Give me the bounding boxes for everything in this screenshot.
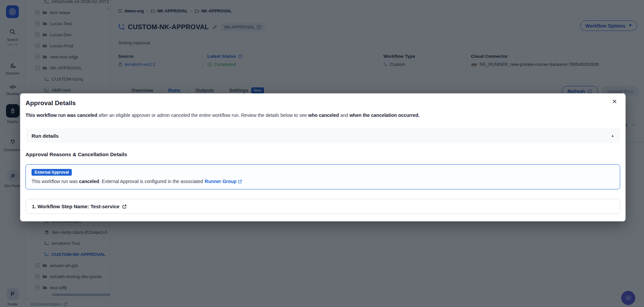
external-link-icon	[238, 179, 242, 184]
runner-group-label: Runner Group	[205, 179, 236, 184]
modal-description: This workflow run was canceled after an …	[25, 113, 620, 118]
external-approval-card: External Approval This workflow run was …	[25, 164, 620, 189]
caret-up-icon: ▲	[611, 134, 614, 137]
modal-title: Approval Details	[25, 99, 620, 107]
external-approval-badge: External Approval	[32, 169, 72, 176]
workflow-step-card[interactable]: 1. Workflow Step Name: Test-service	[25, 199, 620, 214]
section-heading: Approval Reasons & Cancellation Details	[25, 151, 620, 158]
approval-details-modal: Approval Details × This workflow run was…	[20, 93, 626, 221]
workflow-step-label: 1. Workflow Step Name: Test-service	[32, 204, 119, 209]
run-details-accordion[interactable]: Run details ▲	[25, 128, 620, 143]
approval-text-segments: This workflow run was canceled. External…	[32, 179, 203, 184]
runner-group-link[interactable]: Runner Group	[205, 179, 242, 184]
close-icon[interactable]: ×	[610, 97, 619, 105]
approval-card-text: This workflow run was canceled. External…	[32, 179, 614, 184]
external-link-icon	[122, 204, 127, 209]
run-details-label: Run details	[32, 133, 59, 139]
